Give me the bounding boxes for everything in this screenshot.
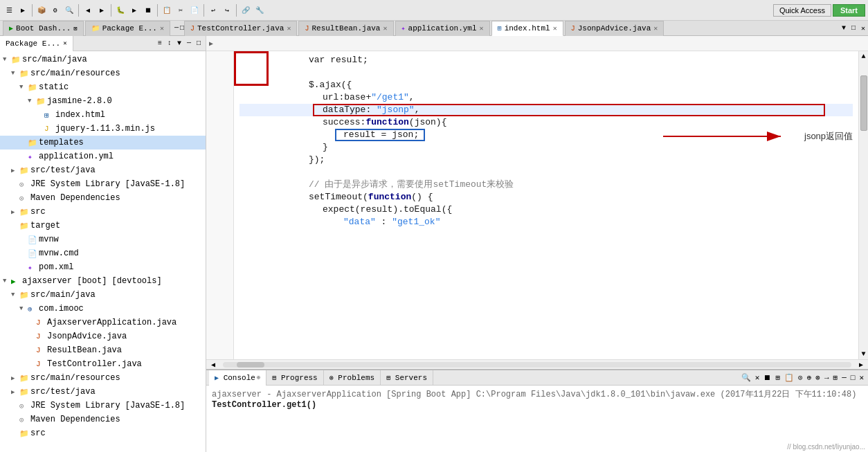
tree-item-jsonp-advice[interactable]: J JsonpAdvice.java (0, 329, 206, 343)
toolbar-icon-13[interactable]: 📄 (188, 4, 201, 17)
tab-jsonp-advice[interactable]: J JsonpAdvice.java ✕ (565, 21, 664, 36)
bottom-panel-ctrl-10[interactable]: ⊞ (832, 373, 840, 382)
tab-close-icon-4[interactable]: ✕ (553, 24, 557, 33)
bottom-panel-ctrl-7[interactable]: ⊕ (806, 373, 813, 382)
arrow-icon: ▼ (11, 70, 19, 77)
tab-servers[interactable]: ⊞ Servers (381, 370, 433, 386)
sidebar-sync-icon[interactable]: ↕ (165, 39, 174, 48)
toolbar-icon-3[interactable]: 📦 (35, 4, 48, 17)
tree-item-aj-jre[interactable]: ⊙ JRE System Library [JavaSE-1.8] (0, 399, 206, 413)
editor-hscrollbar[interactable]: ◀ ▶ (206, 359, 868, 369)
tab-progress[interactable]: ⊞ Progress (266, 370, 323, 386)
bottom-panel-ctrl-3[interactable]: ⏹ (762, 373, 772, 382)
toolbar-icon-15[interactable]: ↪ (221, 4, 233, 17)
tree-item-src[interactable]: ▶ 📁 src (0, 205, 206, 219)
tree-item-application-yml[interactable]: ✦ application.yml (0, 150, 206, 163)
tree-item-aj-src[interactable]: 📁 src (0, 426, 206, 440)
tree-item-com-imooc[interactable]: ▼ ⊕ com.imooc (0, 302, 206, 316)
tab-close-icon-5[interactable]: ✕ (653, 24, 658, 33)
minimize-icon[interactable]: ─ (174, 24, 179, 32)
bottom-panel-ctrl-8[interactable]: ⊗ (814, 373, 822, 382)
sidebar-tab-close[interactable]: ✕ (63, 39, 66, 47)
toolbar-icon-7[interactable]: ▶ (96, 4, 108, 17)
bottom-panel-ctrl-6[interactable]: ⊙ (797, 373, 804, 382)
tree-item-templates[interactable]: 📁 templates (0, 136, 206, 150)
tree-item-test-controller[interactable]: J TestController.java (0, 357, 206, 371)
tree-item-mvnw-cmd[interactable]: 📄 mvnw.cmd (0, 246, 206, 260)
tab-maximize-icon[interactable]: □ (849, 24, 858, 32)
tab-problems[interactable]: ⊗ Problems (324, 370, 381, 386)
tab-close-icon-1[interactable]: ✕ (287, 24, 291, 33)
tree-item-index-html[interactable]: ⊞ index.html (0, 108, 206, 122)
tree-item-jquery[interactable]: J jquery-1.11.3.min.js (0, 122, 206, 136)
toolbar-icon-1[interactable]: ☰ (3, 4, 15, 17)
tab-test-controller[interactable]: J TestController.java ✕ (184, 21, 297, 36)
bottom-panel-ctrl-13[interactable]: ✕ (858, 373, 865, 382)
toolbar-icon-14[interactable]: ↩ (207, 4, 219, 17)
tab-close-editor-icon[interactable]: ✕ (858, 24, 868, 33)
tab-overflow-icon[interactable]: ▼ (839, 24, 849, 32)
toolbar-icon-17[interactable]: 🔧 (253, 4, 266, 17)
bottom-panel-ctrl-11[interactable]: ─ (840, 374, 848, 382)
bottom-panel-ctrl-5[interactable]: 📋 (783, 373, 795, 382)
tree-item-static[interactable]: ▼ 📁 static (0, 80, 206, 94)
scrollbar-down-btn[interactable]: ▼ (860, 349, 867, 359)
hscroll-right-btn[interactable]: ▶ (854, 361, 868, 369)
toolbar-icon-9[interactable]: ▶ (128, 4, 141, 17)
sidebar-collapse-icon[interactable]: ≡ (156, 39, 164, 48)
tree-item-aj-test[interactable]: ▶ 📁 src/test/java (0, 385, 206, 399)
hscroll-track[interactable] (223, 362, 851, 368)
tab-close-icon[interactable]: ✕ (160, 24, 164, 33)
toolbar-icon-10[interactable]: ⏹ (142, 4, 154, 17)
tree-item-ajaxserver-app[interactable]: J AjaxserverApplication.java (0, 316, 206, 329)
tree-item-mvnw[interactable]: 📄 mvnw (0, 233, 206, 246)
tab-boot-dash[interactable]: ▶ Boot Dash... ⊠ (3, 21, 84, 36)
tab-close-icon-3[interactable]: ✕ (480, 24, 484, 33)
quick-access-button[interactable]: Quick Access (773, 4, 831, 17)
bottom-panel-ctrl-1[interactable]: 🔍 (740, 373, 752, 382)
tree-item-pom[interactable]: ✦ pom.xml (0, 260, 206, 274)
editor-scrollbar[interactable]: ▲ ▼ (858, 51, 868, 359)
tree-label: src/test/java (30, 165, 96, 175)
toolbar-icon-5[interactable]: 🔍 (63, 4, 75, 17)
start-button[interactable]: Start (833, 4, 865, 17)
tree-item-jre[interactable]: ⊙ JRE System Library [JavaSE-1.8] (0, 177, 206, 191)
tab-index-html[interactable]: ⊞ index.html ✕ (491, 21, 563, 36)
tab-package-explorer[interactable]: 📁 Package E... ✕ (85, 21, 170, 36)
tree-item-ajaxserver[interactable]: ▼ ▶ ajaxserver [boot] [devtools] (0, 274, 206, 288)
hscroll-thumb[interactable] (237, 362, 264, 368)
bottom-panel-ctrl-2[interactable]: ✕ (754, 373, 761, 382)
sidebar-maximize-icon[interactable]: □ (195, 39, 203, 48)
bottom-panel-ctrl-12[interactable]: □ (849, 374, 857, 382)
sidebar-minimize-icon[interactable]: ─ (185, 39, 193, 48)
tree-item-aj-resources[interactable]: ▶ 📁 src/main/resources (0, 371, 206, 385)
tree-item-src-test-java[interactable]: ▶ 📁 src/test/java (0, 163, 206, 177)
bottom-panel-ctrl-4[interactable]: ⊞ (774, 373, 781, 382)
tab-result-bean[interactable]: J ResultBean.java ✕ (298, 21, 393, 36)
editor-content[interactable]: var result; $.ajax({ url:base+"/get1", (206, 51, 868, 359)
toolbar-icon-16[interactable]: 🔗 (239, 4, 252, 17)
toolbar-icon-12[interactable]: ✂ (174, 4, 187, 17)
tree-item-src-main-resources[interactable]: ▼ 📁 src/main/resources (0, 66, 206, 80)
tab-console[interactable]: ▶ Console ⊕ (209, 370, 266, 386)
toolbar-icon-11[interactable]: 📋 (161, 4, 173, 17)
scrollbar-thumb[interactable] (860, 75, 867, 131)
sidebar-tab-package[interactable]: Package E... ✕ (0, 36, 73, 51)
toolbar-icon-2[interactable]: ▶ (17, 4, 29, 17)
toolbar-icon-8[interactable]: 🐛 (114, 4, 127, 17)
toolbar-icon-4[interactable]: ⚙ (49, 4, 62, 17)
tree-item-aj-maven[interactable]: ⊙ Maven Dependencies (0, 413, 206, 426)
hscroll-left-btn[interactable]: ◀ (206, 361, 220, 369)
tree-item-aj-src-main-java[interactable]: ▼ 📁 src/main/java (0, 288, 206, 302)
bottom-panel-ctrl-9[interactable]: → (823, 374, 831, 382)
scrollbar-up-btn[interactable]: ▲ (860, 51, 867, 62)
tab-close-icon-2[interactable]: ✕ (383, 24, 387, 33)
tree-item-src-main-java[interactable]: ▼ 📁 src/main/java (0, 53, 206, 66)
toolbar-icon-6[interactable]: ◀ (82, 4, 94, 17)
tree-item-target[interactable]: 📁 target (0, 219, 206, 233)
tree-item-maven-deps[interactable]: ⊙ Maven Dependencies (0, 191, 206, 205)
tab-application-yml[interactable]: ✦ application.yml ✕ (395, 21, 490, 36)
sidebar-menu-icon[interactable]: ▼ (175, 39, 183, 48)
tree-item-jasmine[interactable]: ▼ 📁 jasmine-2.8.0 (0, 94, 206, 108)
tree-item-result-bean[interactable]: J ResultBean.java (0, 343, 206, 357)
